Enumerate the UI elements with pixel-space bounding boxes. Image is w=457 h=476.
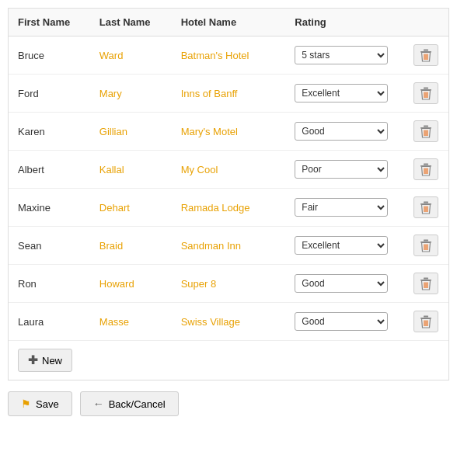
col-header-rating: Rating	[285, 9, 403, 36]
cell-hotel-name: Ramada Lodge	[172, 189, 286, 227]
delete-button[interactable]	[413, 44, 438, 66]
cell-hotel-name: Sandman Inn	[172, 227, 286, 265]
cell-action	[403, 151, 448, 189]
svg-rect-11	[424, 126, 428, 127]
cell-hotel-name: My Cool	[172, 151, 286, 189]
rating-select[interactable]: 5 starsExcellentGoodFairPoor	[295, 84, 388, 102]
cell-first-name: Sean	[9, 227, 90, 265]
arrow-left-icon: ←	[93, 398, 104, 410]
hotel-name-value: My Cool	[181, 164, 218, 175]
svg-rect-36	[424, 316, 428, 318]
table-row: AlbertKallalMy Cool5 starsExcellentGoodF…	[9, 151, 448, 189]
cell-first-name: Maxine	[9, 189, 90, 227]
svg-rect-21	[424, 202, 428, 203]
rating-select[interactable]: 5 starsExcellentGoodFairPoor	[295, 236, 388, 255]
table-header-row: First Name Last Name Hotel Name Rating	[9, 9, 448, 36]
rating-select[interactable]: 5 starsExcellentGoodFairPoor	[295, 160, 388, 179]
last-name-value: Gillian	[99, 126, 127, 137]
table-row: SeanBraidSandman Inn5 starsExcellentGood…	[9, 227, 448, 265]
rating-select[interactable]: 5 starsExcellentGoodFairPoor	[295, 122, 388, 141]
cell-rating: 5 starsExcellentGoodFairPoor	[285, 75, 403, 113]
cell-hotel-name: Swiss Village	[172, 303, 286, 341]
col-header-first-name: First Name	[9, 9, 90, 36]
trash-icon	[420, 162, 432, 176]
col-header-last-name: Last Name	[90, 9, 172, 36]
cell-last-name: Ward	[90, 36, 172, 75]
delete-button[interactable]	[413, 82, 438, 104]
cell-last-name: Kallal	[90, 151, 172, 189]
back-cancel-button[interactable]: ← Back/Cancel	[80, 391, 179, 416]
rating-select[interactable]: 5 starsExcellentGoodFairPoor	[295, 198, 388, 217]
data-table: First Name Last Name Hotel Name Rating B…	[9, 9, 448, 340]
trash-icon	[420, 200, 432, 214]
trash-icon	[420, 86, 432, 100]
cell-rating: 5 starsExcellentGoodFairPoor	[285, 303, 403, 341]
delete-button[interactable]	[413, 158, 438, 180]
rating-select[interactable]: 5 starsExcellentGoodFairPoor	[295, 274, 388, 293]
cell-last-name: Mary	[90, 75, 172, 113]
hotel-name-value: Ramada Lodge	[181, 202, 250, 214]
delete-button[interactable]	[413, 235, 438, 256]
cell-rating: 5 starsExcellentGoodFairPoor	[285, 227, 403, 265]
cell-action	[403, 36, 448, 75]
cell-first-name: Bruce	[9, 36, 90, 75]
cell-last-name: Masse	[90, 303, 172, 341]
trash-icon	[420, 314, 432, 328]
cell-last-name: Gillian	[90, 113, 172, 151]
svg-rect-16	[424, 164, 428, 165]
svg-rect-26	[424, 240, 428, 241]
cell-rating: 5 starsExcellentGoodFairPoor	[285, 151, 403, 189]
cell-hotel-name: Mary's Motel	[172, 113, 286, 151]
save-button[interactable]: ⚑ Save	[8, 391, 72, 416]
new-button-label: New	[42, 355, 62, 367]
cell-action	[403, 189, 448, 227]
last-name-value: Masse	[99, 316, 129, 328]
svg-rect-6	[424, 88, 428, 89]
cell-action	[403, 75, 448, 113]
last-name-value: Braid	[99, 240, 123, 252]
col-header-hotel-name: Hotel Name	[172, 9, 286, 36]
svg-rect-31	[424, 278, 428, 280]
trash-icon	[420, 48, 432, 62]
last-name-value: Kallal	[99, 164, 124, 175]
svg-rect-1	[424, 50, 428, 51]
last-name-value: Howard	[99, 278, 134, 290]
cell-rating: 5 starsExcellentGoodFairPoor	[285, 36, 403, 75]
cell-hotel-name: Batman's Hotel	[172, 36, 286, 75]
table-row: RonHowardSuper 85 starsExcellentGoodFair…	[9, 265, 448, 303]
cell-rating: 5 starsExcellentGoodFairPoor	[285, 189, 403, 227]
cell-hotel-name: Inns of Banff	[172, 75, 286, 113]
cell-last-name: Braid	[90, 227, 172, 265]
last-name-value: Mary	[99, 88, 122, 99]
new-button[interactable]: ✚ New	[18, 349, 72, 372]
table-row: KarenGillianMary's Motel5 starsExcellent…	[9, 113, 448, 151]
trash-icon	[420, 124, 432, 138]
cell-first-name: Laura	[9, 303, 90, 341]
trash-icon	[420, 238, 432, 252]
table-row: FordMaryInns of Banff5 starsExcellentGoo…	[9, 75, 448, 113]
hotel-name-value: Batman's Hotel	[181, 50, 249, 61]
delete-button[interactable]	[413, 273, 438, 294]
cell-rating: 5 starsExcellentGoodFairPoor	[285, 265, 403, 303]
cell-action	[403, 113, 448, 151]
hotel-name-value: Super 8	[181, 278, 217, 290]
delete-button[interactable]	[413, 196, 438, 218]
table-row: BruceWardBatman's Hotel5 starsExcellentG…	[9, 36, 448, 75]
cell-first-name: Karen	[9, 113, 90, 151]
table-container: First Name Last Name Hotel Name Rating B…	[8, 8, 449, 380]
col-header-action	[403, 9, 448, 36]
trash-icon	[420, 276, 432, 290]
save-button-label: Save	[36, 398, 59, 410]
cell-hotel-name: Super 8	[172, 265, 286, 303]
plus-icon: ✚	[28, 353, 38, 367]
rating-select[interactable]: 5 starsExcellentGoodFairPoor	[295, 312, 388, 331]
rating-select[interactable]: 5 starsExcellentGoodFairPoor	[295, 46, 388, 64]
new-row-container: ✚ New	[9, 340, 448, 380]
flag-icon: ⚑	[21, 398, 31, 410]
delete-button[interactable]	[413, 120, 438, 142]
cell-action	[403, 303, 448, 341]
hotel-name-value: Mary's Motel	[181, 126, 238, 137]
delete-button[interactable]	[413, 311, 438, 332]
hotel-name-value: Sandman Inn	[181, 240, 241, 252]
cell-first-name: Albert	[9, 151, 90, 189]
